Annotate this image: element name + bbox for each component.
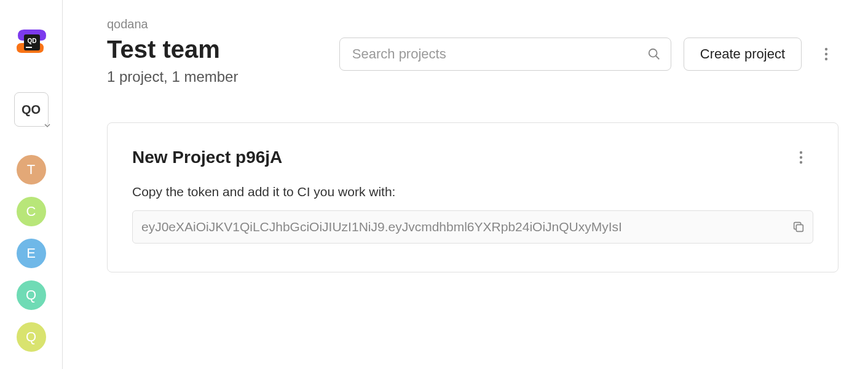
token-box: eyJ0eXAiOiJKV1QiLCJhbGciOiJIUzI1NiJ9.eyJ… <box>132 210 813 244</box>
sidebar-avatar[interactable]: Q <box>17 322 46 352</box>
search-icon <box>647 47 661 61</box>
svg-point-3 <box>649 49 657 57</box>
token-text: eyJ0eXAiOiJKV1QiLCJhbGciOiJIUzI1NiJ9.eyJ… <box>141 220 787 234</box>
svg-point-7 <box>825 58 827 60</box>
kebab-icon <box>824 47 828 61</box>
chevron-down-icon <box>43 119 52 127</box>
page-title: Test team <box>107 35 238 63</box>
svg-rect-2 <box>26 47 32 48</box>
svg-point-6 <box>825 53 827 55</box>
project-card: New Project p96jA Copy the token and add… <box>107 122 838 272</box>
project-instruction: Copy the token and add it to CI you work… <box>132 184 813 199</box>
more-menu-button[interactable] <box>814 42 838 66</box>
create-project-button[interactable]: Create project <box>684 38 802 71</box>
sidebar-avatar[interactable]: Q <box>17 280 46 310</box>
sidebar-avatar[interactable]: T <box>17 155 46 184</box>
project-title: New Project p96jA <box>132 148 282 167</box>
svg-rect-11 <box>796 224 803 231</box>
main-content: qodana Test team 1 project, 1 member Cre… <box>63 0 868 369</box>
search-input[interactable] <box>352 46 640 62</box>
search-box[interactable] <box>339 38 671 71</box>
svg-point-8 <box>800 151 802 154</box>
svg-point-5 <box>825 48 827 50</box>
svg-text:QD: QD <box>27 38 36 44</box>
sidebar-avatar[interactable]: C <box>17 197 46 226</box>
svg-point-9 <box>800 156 802 159</box>
project-more-button[interactable] <box>789 145 813 170</box>
team-selector[interactable]: QO <box>14 92 49 127</box>
qodana-logo[interactable]: QD <box>15 26 47 55</box>
team-selector-label: QO <box>22 103 41 117</box>
page-subtitle: 1 project, 1 member <box>107 68 238 85</box>
breadcrumb[interactable]: qodana <box>107 17 838 31</box>
svg-point-10 <box>800 161 802 164</box>
svg-line-4 <box>656 56 660 60</box>
sidebar-avatar[interactable]: E <box>17 239 46 268</box>
sidebar: QD QO T C E Q Q <box>0 0 63 369</box>
kebab-icon <box>799 151 803 164</box>
copy-icon[interactable] <box>792 220 805 234</box>
